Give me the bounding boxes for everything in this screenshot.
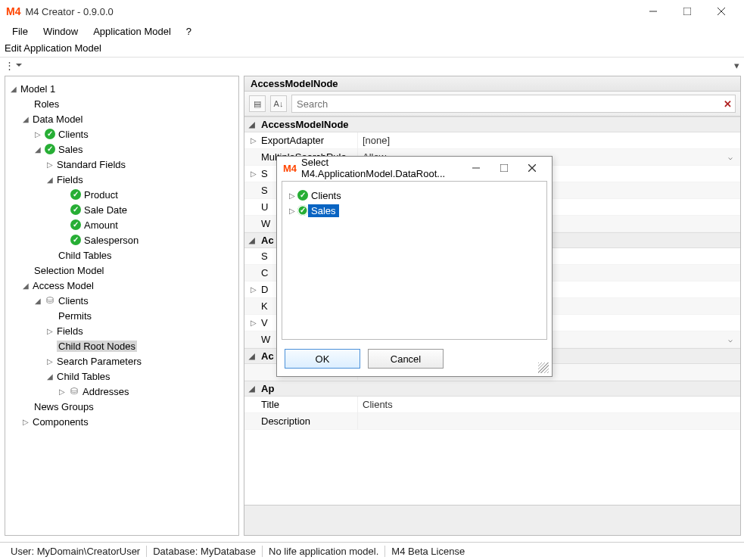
title-bar: M4 M4 Creator - 0.9.0.0 bbox=[0, 0, 744, 23]
tree-clients[interactable]: ▷Clients bbox=[8, 126, 235, 142]
categorize-button[interactable]: ▤ bbox=[249, 95, 266, 112]
database-icon: ⛁ bbox=[43, 295, 57, 306]
minimize-button[interactable] bbox=[636, 0, 670, 23]
dialog-buttons: OK Cancel bbox=[277, 344, 552, 376]
check-icon bbox=[69, 204, 82, 215]
dialog-logo-icon: M4 bbox=[283, 163, 297, 174]
property-search-input[interactable] bbox=[291, 95, 736, 113]
database-icon: ⛁ bbox=[67, 386, 81, 397]
tree-components[interactable]: ▷Components bbox=[8, 414, 235, 429]
model-tree-panel: ◢Model 1 Roles ◢Data Model ▷Clients ◢Sal… bbox=[5, 76, 239, 536]
dialog-minimize-button[interactable] bbox=[462, 157, 490, 179]
prop-category-1[interactable]: ◢AccessModelNode bbox=[244, 117, 740, 132]
tree-standard-fields[interactable]: ▷Standard Fields bbox=[8, 157, 235, 172]
tree-am-clients[interactable]: ◢⛁Clients bbox=[8, 293, 235, 308]
property-header: AccessModelNode bbox=[244, 76, 740, 92]
maximize-button[interactable] bbox=[670, 0, 704, 23]
check-icon bbox=[69, 235, 82, 245]
toolstrip-dropdown-icon[interactable]: ▾ bbox=[734, 60, 739, 71]
tree-child-tables-2[interactable]: ◢Child Tables bbox=[8, 369, 235, 384]
chevron-down-icon[interactable]: ⌵ bbox=[725, 335, 736, 344]
toolstrip: Edit Application Model bbox=[0, 39, 744, 58]
check-icon bbox=[297, 205, 308, 216]
tree-access-model[interactable]: ◢Access Model bbox=[8, 278, 235, 293]
check-icon bbox=[69, 219, 82, 230]
resize-grip-icon[interactable] bbox=[538, 362, 549, 373]
dialog-maximize-button[interactable] bbox=[490, 157, 518, 179]
dialog-item-sales[interactable]: ▷Sales bbox=[287, 203, 542, 218]
dialog-tree[interactable]: ▷Clients ▷Sales bbox=[282, 181, 547, 340]
menu-application-model[interactable]: Application Model bbox=[86, 24, 179, 39]
prop-key-row-d: D bbox=[261, 284, 268, 295]
check-icon bbox=[69, 189, 82, 200]
dialog-title: Select M4.ApplicationModel.DataRoot... bbox=[301, 157, 462, 179]
menu-bar: File Window Application Model ? bbox=[0, 23, 744, 39]
svg-rect-5 bbox=[500, 164, 508, 172]
tree-salesperson[interactable]: Salesperson bbox=[8, 232, 235, 247]
clear-search-icon[interactable]: ✕ bbox=[719, 95, 736, 112]
tree-am-fields[interactable]: ▷Fields bbox=[8, 323, 235, 338]
tree-sales[interactable]: ◢Sales bbox=[8, 142, 235, 157]
status-database: Database: MyDatabase bbox=[147, 546, 263, 557]
sort-az-button[interactable]: A↓ bbox=[270, 95, 287, 112]
prop-val-exportadapter[interactable]: [none] bbox=[358, 132, 740, 149]
dialog-close-button[interactable] bbox=[518, 157, 546, 179]
tree-child-root-nodes[interactable]: Child Root Nodes bbox=[8, 338, 235, 353]
tree-sale-date[interactable]: Sale Date bbox=[8, 202, 235, 217]
toolstrip-label: Edit Application Model bbox=[5, 42, 101, 54]
tree-addresses[interactable]: ▷⛁Addresses bbox=[8, 384, 235, 399]
check-icon bbox=[43, 144, 57, 154]
prop-val-description[interactable] bbox=[358, 413, 740, 430]
tree-permits[interactable]: Permits bbox=[8, 308, 235, 323]
check-icon bbox=[43, 129, 57, 139]
status-life: No life application model. bbox=[263, 546, 385, 557]
menu-help[interactable]: ? bbox=[179, 24, 199, 39]
menu-window[interactable]: Window bbox=[36, 24, 86, 39]
dialog-cancel-button[interactable]: Cancel bbox=[368, 349, 444, 369]
prop-key-row-v: V bbox=[261, 317, 268, 328]
chevron-down-icon[interactable]: ⌵ bbox=[725, 153, 736, 161]
window-title: M4 Creator - 0.9.0.0 bbox=[25, 6, 113, 17]
tree-selection-model[interactable]: Selection Model bbox=[8, 263, 235, 278]
check-icon bbox=[297, 190, 308, 201]
toolstrip-secondary: ⋮ ▾ bbox=[0, 58, 744, 73]
dialog-item-clients[interactable]: ▷Clients bbox=[287, 188, 542, 203]
tree-fields[interactable]: ◢Fields bbox=[8, 172, 235, 187]
tree-child-tables[interactable]: Child Tables bbox=[8, 247, 235, 263]
status-user: User: MyDomain\CreatorUser bbox=[5, 546, 147, 557]
tree-product[interactable]: Product bbox=[8, 187, 235, 202]
select-dataroot-dialog: M4 Select M4.ApplicationModel.DataRoot..… bbox=[276, 156, 553, 377]
prop-key-s: S bbox=[261, 168, 268, 179]
toolstrip-menu-icon[interactable]: ⋮ bbox=[5, 60, 22, 71]
tree-amount[interactable]: Amount bbox=[8, 217, 235, 232]
tree-news-groups[interactable]: News Groups bbox=[8, 399, 235, 414]
model-tree[interactable]: ◢Model 1 Roles ◢Data Model ▷Clients ◢Sal… bbox=[5, 76, 238, 434]
prop-key-description: Description bbox=[244, 413, 358, 430]
status-bar: User: MyDomain\CreatorUser Database: MyD… bbox=[0, 542, 744, 560]
property-description-area bbox=[244, 505, 740, 535]
prop-val-title[interactable]: Clients bbox=[358, 397, 740, 413]
app-logo: M4 bbox=[6, 5, 20, 17]
dialog-ok-button[interactable]: OK bbox=[285, 349, 360, 369]
tree-search-parameters[interactable]: ▷Search Parameters bbox=[8, 353, 235, 369]
menu-file[interactable]: File bbox=[5, 24, 36, 39]
property-toolbar: ▤ A↓ ✕ bbox=[244, 92, 740, 117]
prop-category-4[interactable]: ◢Ap bbox=[244, 381, 740, 397]
dialog-title-bar[interactable]: M4 Select M4.ApplicationModel.DataRoot..… bbox=[277, 157, 552, 179]
svg-rect-1 bbox=[683, 8, 691, 15]
close-button[interactable] bbox=[704, 0, 738, 23]
prop-key-title: Title bbox=[244, 397, 358, 413]
tree-root[interactable]: ◢Model 1 bbox=[8, 81, 235, 96]
tree-data-model[interactable]: ◢Data Model bbox=[8, 111, 235, 126]
status-license: M4 Beta License bbox=[385, 546, 471, 557]
tree-roles[interactable]: Roles bbox=[8, 96, 235, 111]
prop-key-exportadapter: ExportAdapter bbox=[261, 135, 324, 146]
